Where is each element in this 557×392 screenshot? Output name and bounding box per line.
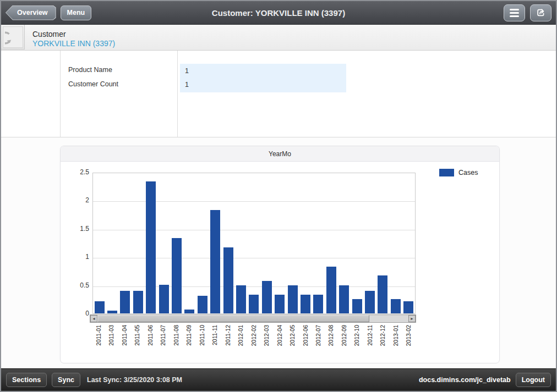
x-axis-tick-label: 2011-04: [118, 325, 131, 357]
bar-2012-12[interactable]: [378, 275, 387, 313]
bar-2012-10[interactable]: [352, 299, 362, 313]
legend-swatch: [439, 169, 454, 176]
x-axis-tick-label: 2012-10: [351, 325, 363, 357]
bottom-bar: Sections Sync Last Sync: 3/25/2020 3:08 …: [1, 368, 556, 391]
bar-2012-02[interactable]: [249, 295, 259, 313]
app-window: Overview Menu Customer: YORKVILLE INN (3…: [0, 0, 557, 392]
last-sync-text: Last Sync: 3/25/2020 3:08 PM: [87, 376, 182, 384]
x-axis-tick-label: 2012-09: [338, 325, 351, 357]
chart-card: YearMo 00.511.522.5 ◄ ► 2011-012011-0320…: [60, 146, 500, 363]
bar-2011-10[interactable]: [198, 296, 207, 313]
x-axis-tick-label: 2013-02: [402, 325, 415, 357]
bar-2011-07[interactable]: [159, 285, 169, 313]
x-axis-tick-label: 2011-06: [144, 325, 157, 357]
y-axis-tick-label: 1.5: [68, 225, 89, 233]
x-axis-tick-label: 2012-11: [364, 325, 376, 357]
field-values-box: 1 1: [180, 64, 346, 92]
bar-2011-03[interactable]: [107, 311, 117, 313]
logout-button[interactable]: Logout: [516, 373, 551, 387]
bar-2012-08[interactable]: [326, 267, 336, 313]
legend-label: Cases: [458, 169, 478, 176]
customer-count-label: Customer Count: [68, 77, 118, 91]
top-bar-right: [504, 4, 551, 21]
x-axis-tick-label: 2012-04: [274, 325, 286, 357]
column-divider: [60, 51, 61, 137]
product-name-label: Product Name: [68, 63, 118, 77]
share-button[interactable]: [530, 4, 551, 21]
y-axis-tick-label: 2.5: [68, 168, 89, 176]
bar-2013-01[interactable]: [391, 299, 401, 313]
y-axis-tick-label: 0: [68, 310, 89, 317]
customer-link[interactable]: YORKVILLE INN (3397): [32, 39, 115, 48]
bar-2011-06[interactable]: [146, 181, 156, 313]
column-divider: [177, 51, 178, 137]
bar-2012-11[interactable]: [365, 291, 375, 313]
x-axis-tick-label: 2012-12: [376, 325, 389, 357]
y-axis-tick-label: 0.5: [68, 281, 89, 289]
x-axis-tick-label: 2011-11: [209, 325, 221, 357]
y-axis-tick-label: 2: [68, 196, 89, 204]
share-icon: [535, 7, 547, 18]
server-url: docs.dimins.com/jc_divetab: [419, 376, 511, 384]
refresh-icon: [3, 26, 23, 48]
y-axis-tick-label: 1: [68, 253, 89, 261]
menu-button[interactable]: Menu: [61, 5, 92, 20]
section-title: Customer: [32, 30, 115, 38]
scrollbar-thumb[interactable]: [97, 315, 369, 322]
hamburger-icon: [510, 9, 519, 17]
bar-2011-05[interactable]: [133, 291, 143, 313]
bar-2012-04[interactable]: [275, 295, 285, 313]
scroll-right-button[interactable]: ►: [408, 315, 416, 322]
chart-legend: Cases: [439, 169, 478, 176]
x-axis-tick-label: 2012-06: [299, 325, 312, 357]
bar-2011-08[interactable]: [172, 238, 182, 313]
x-axis-tick-label: 2011-03: [105, 325, 118, 357]
x-axis-tick-label: 2012-05: [286, 325, 299, 357]
refresh-button[interactable]: [1, 25, 25, 49]
bar-2011-12[interactable]: [223, 247, 233, 313]
x-axis-tick-label: 2012-07: [312, 325, 325, 357]
bar-2012-01[interactable]: [236, 285, 246, 313]
x-axis-tick-label: 2011-07: [157, 325, 170, 357]
bar-2011-04[interactable]: [120, 291, 130, 313]
bar-2012-09[interactable]: [339, 285, 349, 313]
field-labels: Product Name Customer Count: [68, 63, 118, 91]
bars-container: [93, 173, 415, 313]
bar-2012-06[interactable]: [301, 295, 310, 313]
x-axis-tick-label: 2012-03: [260, 325, 273, 357]
chart-scrollbar[interactable]: ◄ ►: [90, 314, 416, 323]
bar-2012-03[interactable]: [262, 281, 272, 313]
top-bar-left: Overview Menu: [6, 5, 91, 20]
x-axis-tick-label: 2011-08: [170, 325, 183, 357]
breadcrumb: Customer YORKVILLE INN (3397): [25, 25, 115, 50]
bar-2011-11[interactable]: [210, 210, 220, 313]
x-axis-tick-label: 2011-09: [183, 325, 195, 357]
sections-button[interactable]: Sections: [6, 373, 47, 387]
scroll-left-button[interactable]: ◄: [90, 315, 97, 322]
x-axis-tick-label: 2011-05: [131, 325, 144, 357]
sync-button[interactable]: Sync: [52, 373, 80, 387]
chart-title: YearMo: [61, 146, 499, 162]
bar-2012-05[interactable]: [288, 285, 298, 313]
x-axis-tick-label: 2011-01: [92, 325, 105, 357]
plot-area: [92, 173, 416, 314]
bar-2011-01[interactable]: [95, 301, 105, 313]
x-axis-tick-label: 2012-08: [325, 325, 337, 357]
x-axis-labels: 2011-012011-032011-042011-052011-062011-…: [92, 325, 416, 357]
scrollbar-track[interactable]: [369, 315, 408, 322]
overview-button[interactable]: Overview: [6, 5, 56, 20]
bar-2011-09[interactable]: [184, 310, 194, 313]
customer-count-value: 1: [180, 78, 346, 92]
x-axis-tick-label: 2012-02: [248, 325, 260, 357]
overview-button-label: Overview: [6, 6, 56, 20]
bar-2013-02[interactable]: [403, 301, 413, 313]
top-bar: Overview Menu Customer: YORKVILLE INN (3…: [1, 1, 556, 25]
detail-panel: Product Name Customer Count 1 1: [1, 51, 556, 137]
bar-2012-07[interactable]: [313, 295, 323, 313]
x-axis-tick-label: 2011-10: [196, 325, 209, 357]
hamburger-menu-button[interactable]: [504, 4, 525, 21]
x-axis-tick-label: 2013-01: [390, 325, 402, 357]
breadcrumb-bar: Customer YORKVILLE INN (3397): [1, 25, 556, 51]
x-axis-tick-label: 2012-01: [234, 325, 247, 357]
x-axis-tick-label: 2011-12: [222, 325, 234, 357]
